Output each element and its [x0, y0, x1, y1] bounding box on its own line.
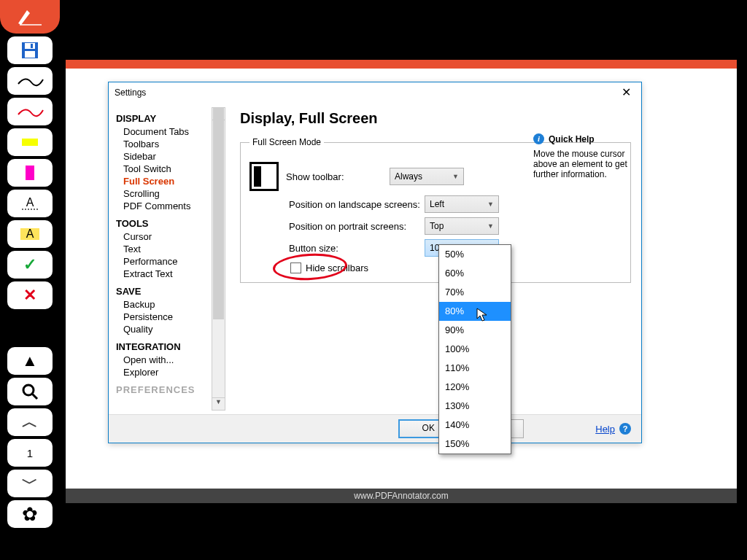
pen-red-button[interactable]: [7, 98, 53, 125]
footer-bar: www.PDFAnnotator.com: [66, 489, 737, 503]
check-icon: ✓: [23, 257, 36, 273]
dropdown-option-hover[interactable]: 80%: [439, 302, 511, 321]
dropdown-option[interactable]: 60%: [439, 264, 511, 283]
nav-item[interactable]: Explorer: [116, 366, 225, 378]
chevron-up-icon: ︿: [22, 414, 38, 430]
dialog-titlebar: Settings ✕: [109, 82, 641, 103]
pen-icon: [15, 6, 44, 28]
svg-rect-1: [25, 43, 35, 49]
nav-section-tools: TOOLS: [116, 218, 225, 229]
footer-url: www.PDFAnnotator.com: [354, 491, 448, 501]
floppy-icon: [20, 41, 39, 60]
magenta-swatch-icon: [26, 166, 34, 180]
text-highlight-button[interactable]: A: [7, 220, 53, 248]
nav-item[interactable]: Tool Switch: [116, 163, 225, 175]
dropdown-option[interactable]: 150%: [439, 435, 511, 454]
hide-scrollbars-label: Hide scrollbars: [306, 262, 368, 273]
dropdown-option[interactable]: 110%: [439, 359, 511, 378]
help-icon[interactable]: ?: [619, 423, 631, 435]
highlight-magenta-button[interactable]: [7, 159, 53, 187]
button-size-dropdown: 50% 60% 70% 80% 90% 100% 110% 120% 130% …: [438, 244, 511, 454]
nav-item[interactable]: Text: [116, 243, 225, 255]
nav-item[interactable]: Document Tabs: [116, 125, 225, 138]
dropdown-option[interactable]: 100%: [439, 340, 511, 359]
help-link[interactable]: Help: [595, 424, 615, 435]
text-a-highlight-icon: A: [20, 228, 40, 240]
nav-section-display: DISPLAY: [116, 113, 225, 124]
nav-item[interactable]: Sidebar: [116, 150, 225, 163]
collapse-up-button[interactable]: ▲: [7, 347, 53, 375]
button-size-label: Button size:: [282, 243, 425, 254]
landscape-label: Position on landscape screens:: [282, 199, 425, 210]
info-icon: i: [533, 133, 544, 144]
next-page-button[interactable]: ﹀: [7, 470, 53, 497]
svg-rect-3: [31, 44, 33, 48]
chevron-down-icon: ▼: [452, 173, 459, 180]
portrait-label: Position on portrait screens:: [282, 221, 425, 232]
page-heading: Display, Full Screen: [240, 110, 631, 127]
highlight-yellow-button[interactable]: [7, 128, 53, 156]
page-number-label: 1: [27, 447, 33, 459]
nav-item[interactable]: PDF Comments: [116, 200, 225, 212]
dialog-footer: OK Cancel Help ?: [109, 414, 641, 443]
nav-item[interactable]: Performance: [116, 255, 225, 268]
zoom-button[interactable]: [7, 378, 53, 405]
show-toolbar-combo[interactable]: Always▼: [390, 168, 464, 185]
text-a-icon: A: [22, 197, 39, 210]
triangle-up-icon: ▲: [22, 353, 38, 369]
svg-point-4: [23, 385, 34, 395]
quick-help-text: Move the mouse cursor above an element t…: [533, 149, 632, 179]
dialog-title: Settings: [115, 82, 146, 103]
chevron-down-icon: ﹀: [22, 475, 38, 491]
quick-help: iQuick Help Move the mouse cursor above …: [533, 133, 632, 179]
accept-button[interactable]: ✓: [7, 251, 53, 279]
yellow-swatch-icon: [22, 139, 38, 146]
magnifier-icon: [21, 383, 39, 400]
save-button[interactable]: [7, 36, 53, 64]
reject-button[interactable]: ✕: [7, 281, 53, 309]
settings-content: Display, Full Screen Full Screen Mode Sh…: [225, 103, 641, 415]
nav-item[interactable]: Persistence: [116, 311, 225, 323]
dropdown-option[interactable]: 130%: [439, 397, 511, 416]
fullscreen-icon: [249, 162, 279, 191]
scroll-thumb[interactable]: [213, 108, 224, 319]
chevron-down-icon: ▼: [487, 222, 494, 230]
dialog-close-button[interactable]: ✕: [617, 82, 635, 103]
dropdown-option[interactable]: 70%: [439, 283, 511, 302]
text-tool-button[interactable]: A: [7, 190, 53, 217]
settings-gear-button[interactable]: ✿: [7, 500, 53, 528]
nav-item[interactable]: Quality: [116, 323, 225, 335]
nav-scrollbar[interactable]: ▲ ▼: [212, 107, 225, 411]
dropdown-option[interactable]: 120%: [439, 378, 511, 397]
settings-dialog: Settings ✕ DISPLAY Document Tabs Toolbar…: [108, 82, 642, 443]
nav-item-fullscreen[interactable]: Full Screen: [116, 175, 225, 187]
show-toolbar-label: Show toolbar:: [286, 171, 390, 182]
dropdown-option[interactable]: 90%: [439, 321, 511, 340]
dropdown-option[interactable]: 50%: [439, 245, 511, 264]
nav-item[interactable]: Toolbars: [116, 138, 225, 150]
nav-section-preferences: PREFERENCES: [116, 384, 225, 395]
nav-item[interactable]: Scrolling: [116, 187, 225, 200]
page-number[interactable]: 1: [7, 439, 53, 467]
nav-item[interactable]: Backup: [116, 298, 225, 311]
dropdown-option[interactable]: 140%: [439, 416, 511, 435]
cursor-icon: [476, 308, 488, 324]
hide-scrollbars-checkbox[interactable]: [290, 262, 301, 273]
nav-item[interactable]: Open with...: [116, 354, 225, 366]
fieldset-legend: Full Screen Mode: [249, 137, 324, 147]
scroll-down-icon[interactable]: ▼: [212, 397, 225, 410]
nav-item[interactable]: Cursor: [116, 230, 225, 243]
portrait-combo[interactable]: Top▼: [425, 217, 499, 235]
pen-black-button[interactable]: [7, 67, 53, 95]
x-icon: ✕: [23, 287, 36, 303]
app-logo-button[interactable]: [0, 0, 60, 34]
landscape-combo[interactable]: Left▼: [425, 195, 499, 213]
stroke-black-icon: [15, 74, 44, 88]
svg-rect-2: [25, 51, 35, 58]
prev-page-button[interactable]: ︿: [7, 408, 53, 436]
nav-section-save: SAVE: [116, 286, 225, 297]
nav-section-integration: INTEGRATION: [116, 341, 225, 352]
settings-nav: DISPLAY Document Tabs Toolbars Sidebar T…: [109, 103, 225, 415]
nav-item[interactable]: Extract Text: [116, 268, 225, 280]
chevron-down-icon: ▼: [487, 201, 494, 208]
